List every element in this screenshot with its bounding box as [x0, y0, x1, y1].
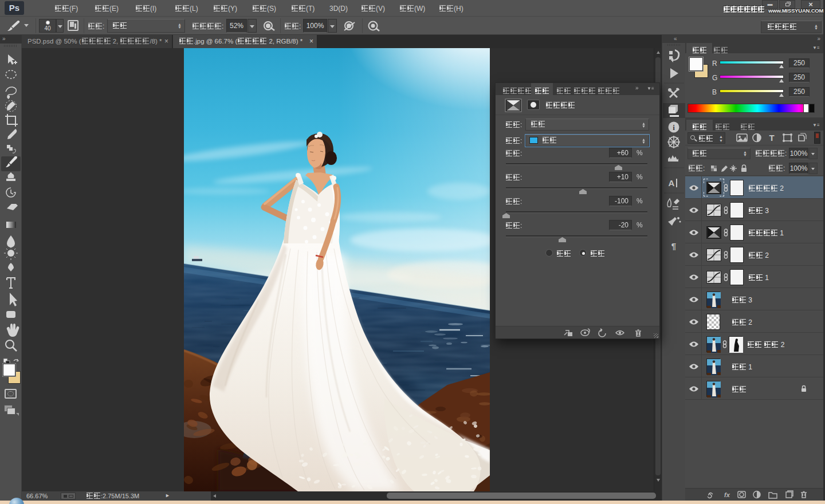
svg-text:A: A — [669, 178, 675, 188]
svg-text:T: T — [769, 133, 774, 143]
svg-text:i: i — [673, 123, 675, 132]
svg-text:¶: ¶ — [671, 241, 676, 251]
